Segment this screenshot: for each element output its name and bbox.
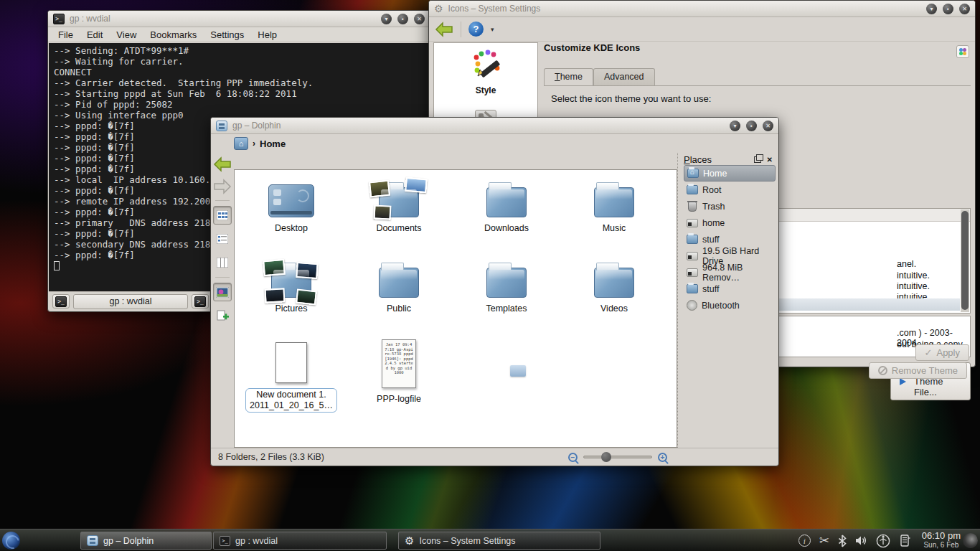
klipper-scissors-icon[interactable]: ✂ [819, 533, 829, 548]
new-tab-button[interactable]: >_ [52, 294, 70, 309]
task-terminal[interactable]: >_ gp : wvdial [213, 532, 387, 550]
dolphin-titlebar[interactable]: gp – Dolphin ▾ ▪ ✕ [211, 118, 778, 134]
pictures-folder-icon [271, 268, 311, 298]
folder-documents[interactable]: Documents [345, 176, 453, 256]
drive-icon [687, 268, 698, 277]
tab-advanced[interactable]: Advanced [593, 68, 655, 85]
drive-icon [687, 219, 698, 227]
minimize-button[interactable]: ▾ [381, 14, 392, 24]
maximize-button[interactable]: ▪ [397, 14, 408, 24]
breadcrumb-separator: › [253, 138, 255, 149]
digital-clock[interactable]: 06:10 pm Sun, 6 Feb [922, 531, 961, 550]
tab-theme[interactable]: Theme [544, 68, 593, 85]
breadcrumb-home[interactable]: Home [260, 138, 286, 149]
menu-view[interactable]: View [116, 29, 136, 40]
text-preview-icon: Jan 17 09:47:18 gp-Aspire-5738 pppd[1946… [382, 339, 416, 388]
menu-settings[interactable]: Settings [210, 29, 244, 40]
device-notifier-icon[interactable] [899, 534, 910, 547]
gear-icon: ⚙ [434, 4, 443, 14]
bluetooth-icon[interactable] [838, 534, 847, 547]
close-panel-icon[interactable]: ✕ [767, 156, 773, 164]
dolphin-window: gp – Dolphin ▾ ▪ ✕ ⌂ › Home [210, 117, 779, 466]
dolphin-title: gp – Dolphin [232, 121, 281, 131]
place-trash[interactable]: Trash [684, 198, 776, 215]
place-home-partition[interactable]: home [684, 215, 776, 231]
file-ppp-logfile[interactable]: Jan 17 09:47:18 gp-Aspire-5738 pppd[1946… [345, 336, 453, 417]
notifications-icon[interactable]: i [798, 534, 811, 547]
menu-file[interactable]: File [58, 29, 73, 40]
remove-theme-button[interactable]: Remove Theme [869, 362, 967, 379]
folder-public[interactable]: Public [345, 256, 453, 336]
sidebar-item-style[interactable]: Style [434, 43, 537, 100]
settings-title: Icons – System Settings [448, 4, 541, 14]
check-icon: ✓ [925, 347, 933, 358]
place-root[interactable]: Root [684, 182, 776, 198]
settings-titlebar[interactable]: ⚙ Icons – System Settings ▾ ▪ ✕ [429, 1, 975, 17]
launcher-icon[interactable] [0, 529, 22, 551]
list-scrollbar[interactable] [961, 209, 969, 312]
back-button[interactable] [435, 22, 453, 37]
dolphin-toolbar [212, 156, 232, 325]
documents-folder-icon [379, 187, 419, 217]
status-text: 8 Folders, 2 Files (3.3 KiB) [218, 452, 324, 462]
toolbar-separator [461, 22, 461, 37]
columns-view-button[interactable] [213, 253, 232, 272]
sidebar-item-label: Style [437, 85, 534, 95]
place-stuff-2[interactable]: stuff [684, 281, 776, 297]
task-system-settings[interactable]: ⚙ Icons – System Settings [398, 532, 600, 550]
zoom-out-icon[interactable]: − [568, 453, 578, 462]
place-removable-drive[interactable]: 964.8 MiB Remov… [684, 264, 776, 281]
terminal-line: --> Starting pppd at Sun Feb 6 18:08:22 … [54, 88, 424, 99]
terminal-titlebar[interactable]: >_ gp : wvdial ▾ ▪ ✕ [48, 11, 430, 27]
place-bluetooth[interactable]: Bluetooth [684, 297, 776, 314]
minimize-button[interactable]: ▾ [730, 121, 740, 131]
detach-panel-icon[interactable] [754, 156, 761, 163]
icons-view-button[interactable] [213, 206, 232, 225]
zoom-in-icon[interactable]: + [658, 453, 667, 462]
theme-list-text: anel. [897, 259, 916, 269]
chevron-down-icon[interactable]: ▾ [491, 26, 494, 33]
split-view-button[interactable] [213, 306, 232, 325]
desktop: >_ gp : wvdial ▾ ▪ ✕ File Edit View Book… [0, 0, 980, 551]
folder-view[interactable]: Desktop Documents Downloads Mus [234, 169, 677, 448]
terminal-tab[interactable]: gp : wvdial [73, 294, 188, 309]
tab-list-button[interactable]: >_ [192, 294, 209, 309]
folder-templates[interactable]: Templates [453, 256, 560, 336]
zoom-slider-knob[interactable] [601, 452, 611, 462]
forward-button[interactable] [213, 178, 232, 195]
menu-help[interactable]: Help [258, 29, 277, 40]
folder-desktop[interactable]: Desktop [237, 176, 345, 256]
close-button[interactable]: ✕ [959, 4, 970, 14]
folder-pictures[interactable]: Pictures [237, 256, 345, 336]
file-new-document[interactable]: New document 1. 2011_01_20_16_5… [237, 336, 345, 417]
apply-button[interactable]: ✓ Apply [915, 344, 969, 361]
usb-device-icon[interactable] [876, 534, 890, 548]
back-button[interactable] [213, 156, 232, 173]
blank-page-icon [275, 342, 307, 383]
settings-toolbar: ? ▾ [429, 17, 975, 42]
close-button[interactable]: ✕ [414, 14, 425, 24]
preview-button[interactable] [213, 283, 232, 301]
settings-tabs: Theme Advanced [544, 68, 655, 85]
place-home[interactable]: Home [684, 165, 776, 182]
close-button[interactable]: ✕ [763, 121, 773, 131]
folder-music[interactable]: Music [560, 176, 668, 256]
menu-edit[interactable]: Edit [87, 29, 103, 40]
places-panel: Places ✕ Home Root Trash [677, 153, 776, 448]
maximize-button[interactable]: ▪ [943, 4, 953, 14]
terminal-line: --> Pid of pppd: 25082 [54, 99, 424, 110]
folder-videos[interactable]: Videos [560, 256, 668, 336]
task-dolphin[interactable]: gp – Dolphin [80, 532, 212, 550]
minimize-button[interactable]: ▾ [926, 4, 937, 14]
maximize-button[interactable]: ▪ [746, 121, 757, 131]
help-button[interactable]: ? [468, 22, 484, 37]
volume-icon[interactable] [855, 535, 867, 546]
menu-bookmarks[interactable]: Bookmarks [150, 29, 197, 40]
folder-downloads[interactable]: Downloads [453, 176, 560, 256]
home-icon[interactable]: ⌂ [234, 137, 248, 150]
panel-cashew-icon[interactable] [963, 533, 978, 548]
terminal-menubar: File Edit View Bookmarks Settings Help [48, 27, 430, 42]
drag-cursor-artifact [510, 365, 526, 377]
details-view-button[interactable] [213, 230, 232, 248]
zoom-slider[interactable] [583, 456, 652, 458]
